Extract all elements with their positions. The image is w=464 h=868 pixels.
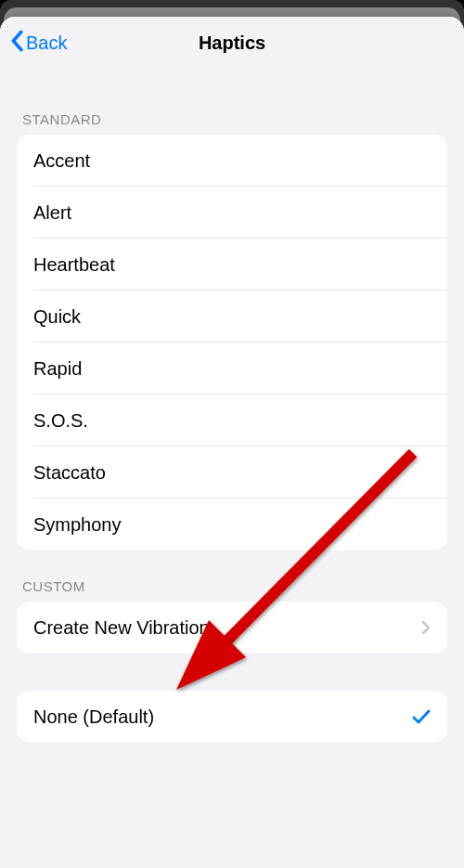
settings-sheet: Back Haptics STANDARD Accent Alert Heart… [0,17,464,868]
haptic-option-heartbeat[interactable]: Heartbeat [17,239,447,291]
row-label: Alert [33,202,431,224]
haptic-option-alert[interactable]: Alert [17,187,447,239]
standard-group: Accent Alert Heartbeat Quick Rapid S.O.S… [17,135,447,551]
row-label: Symphony [33,514,431,536]
haptic-option-sos[interactable]: S.O.S. [17,395,447,447]
row-label: Create New Vibration [33,617,421,639]
create-new-vibration[interactable]: Create New Vibration [17,602,447,654]
section-header-standard: STANDARD [22,111,447,127]
back-label: Back [26,32,67,54]
back-button[interactable]: Back [9,17,67,69]
haptic-option-staccato[interactable]: Staccato [17,447,447,499]
custom-group: Create New Vibration [17,602,447,654]
row-label: Quick [33,306,431,328]
row-label: S.O.S. [33,410,431,432]
haptic-option-accent[interactable]: Accent [17,135,447,187]
chevron-left-icon [9,30,26,57]
haptic-option-quick[interactable]: Quick [17,291,447,343]
haptic-option-none[interactable]: None (Default) [17,691,447,743]
chevron-right-icon [421,620,431,635]
haptic-option-rapid[interactable]: Rapid [17,343,447,395]
section-header-custom: CUSTOM [22,578,447,594]
page-title: Haptics [199,32,265,54]
row-label: Staccato [33,462,431,484]
content: STANDARD Accent Alert Heartbeat Quick Ra… [0,111,464,743]
haptic-option-symphony[interactable]: Symphony [17,499,447,551]
checkmark-icon [412,708,431,725]
row-label: None (Default) [33,706,412,728]
row-label: Rapid [33,358,431,380]
default-group: None (Default) [17,691,447,743]
row-label: Accent [33,150,431,172]
nav-bar: Back Haptics [0,17,464,69]
row-label: Heartbeat [33,254,431,276]
